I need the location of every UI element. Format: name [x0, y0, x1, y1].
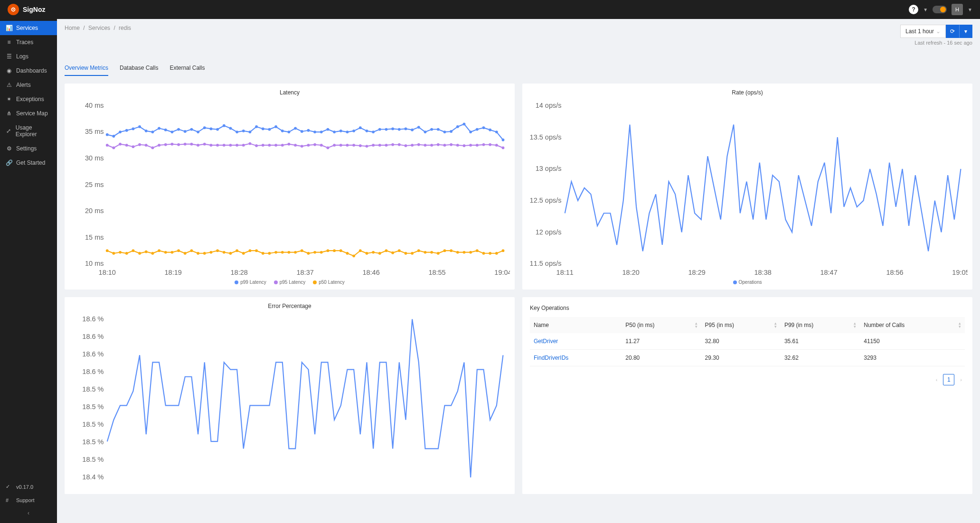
sidebar-item-get-started[interactable]: 🔗Get Started: [0, 156, 57, 170]
cell-p50: 20.80: [622, 350, 701, 366]
svg-text:13.5 ops/s: 13.5 ops/s: [530, 133, 562, 141]
sidebar-item-traces[interactable]: ≡Traces: [0, 35, 57, 49]
svg-text:18.5 %: 18.5 %: [82, 403, 104, 411]
sidebar-collapse[interactable]: ‹: [0, 507, 57, 519]
slack-icon: #: [6, 497, 12, 503]
svg-text:25 ms: 25 ms: [85, 181, 104, 188]
legend-item[interactable]: p50 Latency: [313, 280, 345, 285]
svg-point-184: [391, 252, 394, 254]
user-menu-caret-icon[interactable]: ▼: [968, 7, 972, 12]
svg-text:18.5 %: 18.5 %: [82, 385, 104, 393]
svg-point-110: [313, 143, 316, 146]
brand[interactable]: SigNoz: [8, 4, 45, 15]
svg-point-194: [456, 251, 459, 254]
svg-point-123: [398, 143, 401, 146]
svg-point-102: [262, 144, 264, 147]
version-row[interactable]: ✓ v0.17.0: [0, 480, 57, 494]
operation-name[interactable]: GetDriver: [530, 333, 622, 350]
sidebar: 📊Services≡Traces☰Logs◉Dashboards⚠Alerts✶…: [0, 19, 57, 523]
column-header[interactable]: P50 (in ms)▴▾: [622, 317, 701, 333]
tab-database-calls[interactable]: Database Calls: [120, 65, 158, 76]
error-chart[interactable]: 18.6 %18.6 %18.6 %18.6 %18.5 %18.5 %18.5…: [69, 312, 510, 491]
svg-point-48: [313, 131, 316, 133]
svg-text:18:11: 18:11: [556, 269, 574, 276]
table-row: GetDriver 11.27 32.80 35.61 41150: [530, 333, 965, 350]
column-header[interactable]: P95 (in ms)▴▾: [701, 317, 781, 333]
svg-point-145: [138, 252, 141, 255]
rate-chart[interactable]: 14 ops/s13.5 ops/s13 ops/s12.5 ops/s12 o…: [527, 99, 968, 278]
time-range-select[interactable]: Last 1 hour ⌄: [900, 25, 946, 38]
svg-point-33: [216, 128, 219, 131]
svg-point-196: [469, 251, 472, 254]
sidebar-item-exceptions[interactable]: ✶Exceptions: [0, 92, 57, 106]
legend-item[interactable]: Operations: [733, 280, 762, 285]
svg-point-52: [339, 130, 342, 132]
column-header[interactable]: Number of Calls▴▾: [860, 317, 965, 333]
svg-point-43: [281, 130, 284, 132]
cell-calls: 41150: [860, 333, 965, 350]
refresh-button[interactable]: ⟳: [946, 25, 959, 38]
svg-point-156: [210, 251, 213, 254]
svg-text:19:05: 19:05: [952, 269, 968, 276]
legend-item[interactable]: p99 Latency: [235, 280, 266, 285]
sidebar-item-settings[interactable]: ⚙Settings: [0, 141, 57, 156]
svg-text:18.5 %: 18.5 %: [82, 438, 104, 446]
page-prev[interactable]: ‹: [933, 375, 941, 384]
page-next[interactable]: ›: [957, 375, 965, 384]
nav-label: Exceptions: [16, 96, 44, 103]
svg-point-37: [242, 130, 245, 132]
help-caret-icon[interactable]: ▼: [923, 7, 928, 12]
svg-point-113: [333, 144, 336, 147]
svg-point-182: [378, 252, 381, 255]
svg-point-135: [476, 144, 479, 147]
svg-point-36: [236, 131, 238, 133]
sidebar-item-usage-explorer[interactable]: ⤢Usage Explorer: [0, 121, 57, 141]
svg-point-199: [489, 252, 491, 255]
support-link[interactable]: # Support: [0, 494, 57, 507]
sidebar-item-alerts[interactable]: ⚠Alerts: [0, 78, 57, 92]
tab-external-calls[interactable]: External Calls: [170, 65, 205, 76]
svg-point-68: [443, 131, 446, 133]
svg-text:18:10: 18:10: [99, 269, 116, 276]
svg-point-54: [352, 130, 355, 132]
latency-chart[interactable]: 40 ms35 ms30 ms25 ms20 ms15 ms10 ms18:10…: [69, 99, 510, 278]
column-header[interactable]: Name: [530, 317, 622, 333]
nav-label: Services: [16, 25, 38, 31]
svg-point-173: [320, 251, 323, 254]
svg-point-133: [463, 144, 466, 147]
breadcrumb-services[interactable]: Services: [88, 25, 110, 31]
sort-icon: ▴▾: [854, 322, 856, 328]
svg-point-138: [495, 144, 498, 147]
theme-toggle[interactable]: [933, 6, 947, 13]
svg-point-16: [106, 133, 109, 136]
column-header[interactable]: P99 (in ms)▴▾: [781, 317, 860, 333]
svg-point-64: [417, 126, 420, 129]
svg-point-17: [113, 135, 115, 138]
page-current[interactable]: 1: [943, 374, 954, 385]
svg-text:18.5 %: 18.5 %: [82, 456, 104, 463]
svg-point-25: [164, 129, 167, 131]
svg-text:18:38: 18:38: [754, 269, 771, 276]
sidebar-item-logs[interactable]: ☰Logs: [0, 49, 57, 64]
svg-point-1: [13, 9, 14, 10]
svg-point-57: [372, 131, 375, 133]
svg-point-157: [216, 249, 219, 252]
nav-label: Dashboards: [16, 67, 47, 74]
legend-item[interactable]: p95 Latency: [274, 280, 306, 285]
help-icon[interactable]: ?: [909, 5, 918, 14]
svg-point-75: [489, 129, 491, 131]
refresh-dropdown[interactable]: ▾: [959, 25, 972, 38]
sidebar-item-dashboards[interactable]: ◉Dashboards: [0, 64, 57, 78]
sidebar-item-service-map[interactable]: ⋔Service Map: [0, 106, 57, 121]
logo-icon: [8, 4, 19, 15]
avatar[interactable]: H: [952, 4, 963, 15]
operation-name[interactable]: FindDriverIDs: [530, 350, 622, 366]
nav-label: Alerts: [16, 82, 31, 88]
svg-point-180: [366, 252, 368, 255]
tab-overview-metrics[interactable]: Overview Metrics: [65, 65, 108, 76]
svg-point-100: [249, 142, 252, 145]
sidebar-item-services[interactable]: 📊Services: [0, 21, 57, 35]
cell-p50: 11.27: [622, 333, 701, 350]
breadcrumb-home[interactable]: Home: [65, 25, 80, 31]
rate-panel: Rate (ops/s) 14 ops/s13.5 ops/s13 ops/s1…: [522, 84, 972, 290]
